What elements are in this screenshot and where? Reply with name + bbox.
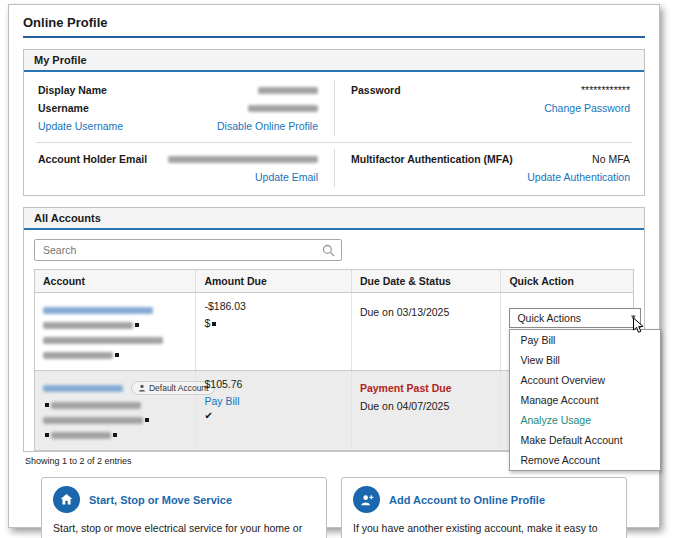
my-profile-body: Display Name Username Update Username Di… — [24, 72, 644, 195]
redaction-mark — [115, 353, 119, 357]
column-header-account: Account — [35, 270, 196, 292]
payment-past-due-status: Payment Past Due — [360, 382, 493, 394]
account-city-redacted — [51, 432, 111, 439]
due-date-cell: Due on 03/13/2025 — [352, 293, 502, 370]
menu-item-make-default-account[interactable]: Make Default Account — [510, 430, 660, 450]
identity-links-row: Update Username Disable Online Profile — [38, 117, 318, 135]
mfa-value: No MFA — [592, 153, 630, 165]
redaction-mark — [45, 403, 49, 407]
add-account-card: Add Account to Online Profile If you hav… — [341, 477, 627, 538]
mfa-links-row: Update Authentication — [351, 168, 630, 186]
amount-currency-mark: $ — [204, 317, 342, 329]
password-label: Password — [351, 84, 401, 96]
page-title: Online Profile — [23, 15, 645, 30]
redaction-mark — [135, 323, 139, 327]
profile-password-block: Password ************ Change Password — [334, 80, 632, 136]
start-stop-move-card-header[interactable]: Start, Stop or Move Service — [53, 486, 315, 513]
account-name-redacted — [51, 402, 141, 409]
change-password-link[interactable]: Change Password — [544, 102, 630, 114]
menu-item-view-bill[interactable]: View Bill — [510, 350, 660, 370]
username-value-redacted — [248, 105, 318, 112]
mfa-row: Multifactor Authentication (MFA) No MFA — [351, 150, 630, 168]
profile-divider — [36, 142, 632, 143]
account-number-link-redacted[interactable] — [43, 385, 123, 392]
redaction-mark — [212, 322, 216, 326]
add-account-card-description: If you have another existing account, ma… — [353, 521, 615, 538]
username-label: Username — [38, 102, 89, 114]
all-accounts-section: All Accounts Account Amount Due Due Date… — [23, 207, 645, 452]
title-divider — [23, 36, 645, 38]
search-input[interactable] — [34, 239, 342, 261]
pay-bill-link[interactable]: Pay Bill — [204, 395, 239, 407]
update-email-link[interactable]: Update Email — [255, 171, 318, 183]
quick-actions-dropdown[interactable]: Quick Actions ▾ Pay Bill View Bill Accou… — [509, 308, 641, 328]
person-icon — [138, 384, 146, 392]
password-row: Password ************ — [351, 81, 630, 99]
account-cell: Default Account — [35, 371, 196, 450]
menu-item-pay-bill[interactable]: Pay Bill — [510, 330, 660, 350]
due-date-cell: Payment Past Due Due on 04/07/2025 — [352, 371, 502, 450]
menu-item-manage-account[interactable]: Manage Account — [510, 390, 660, 410]
display-name-value-redacted — [258, 87, 318, 94]
profile-email-block: Account Holder Email Update Email — [36, 149, 334, 187]
redaction-mark — [113, 433, 117, 437]
quick-action-cell: Quick Actions ▾ Pay Bill View Bill Accou… — [501, 293, 633, 370]
account-search — [34, 239, 342, 261]
chevron-down-icon: ▾ — [631, 312, 636, 322]
account-name-redacted — [43, 322, 133, 329]
accounts-table-header: Account Amount Due Due Date & Status Qui… — [34, 269, 634, 293]
email-links-row: Update Email — [38, 168, 318, 186]
display-name-label: Display Name — [38, 84, 107, 96]
menu-item-account-overview[interactable]: Account Overview — [510, 370, 660, 390]
start-stop-move-card: Start, Stop or Move Service Start, stop … — [41, 477, 327, 538]
amount-due-cell: $105.76 Pay Bill ✔ — [196, 371, 351, 450]
search-icon — [322, 243, 335, 261]
amount-due-cell: -$186.03 $ — [196, 293, 351, 370]
column-header-amount-due: Amount Due — [196, 270, 351, 292]
add-account-card-title[interactable]: Add Account to Online Profile — [389, 494, 545, 506]
email-label: Account Holder Email — [38, 153, 147, 165]
account-row-1: -$186.03 $ Due on 03/13/2025 Quick Actio… — [34, 293, 634, 371]
start-stop-move-card-title[interactable]: Start, Stop or Move Service — [89, 494, 232, 506]
all-accounts-body: Account Amount Due Due Date & Status Qui… — [24, 230, 644, 451]
online-profile-window: Online Profile My Profile Display Name U… — [8, 4, 660, 528]
account-address-redacted — [43, 417, 143, 424]
my-profile-header: My Profile — [24, 50, 644, 72]
update-username-link[interactable]: Update Username — [38, 120, 123, 132]
action-cards: Start, Stop or Move Service Start, stop … — [41, 477, 627, 538]
redaction-mark — [45, 433, 49, 437]
amount-due-value: -$186.03 — [204, 300, 342, 312]
amount-due-value: $105.76 — [204, 378, 342, 390]
account-address-redacted — [43, 337, 163, 344]
account-city-redacted — [43, 352, 113, 359]
menu-item-remove-account[interactable]: Remove Account — [510, 450, 660, 470]
mfa-label: Multifactor Authentication (MFA) — [351, 153, 513, 165]
profile-mfa-block: Multifactor Authentication (MFA) No MFA … — [334, 149, 632, 187]
disable-online-profile-link[interactable]: Disable Online Profile — [217, 120, 318, 132]
home-icon — [53, 486, 80, 513]
column-header-due-date-status: Due Date & Status — [352, 270, 502, 292]
username-row: Username — [38, 99, 318, 117]
password-links-row: Change Password — [351, 99, 630, 117]
my-profile-section: My Profile Display Name Username Update … — [23, 49, 645, 196]
menu-item-analyze-usage[interactable]: Analyze Usage — [510, 410, 660, 430]
person-add-icon — [353, 486, 380, 513]
profile-identity-block: Display Name Username Update Username Di… — [36, 80, 334, 136]
add-account-card-header[interactable]: Add Account to Online Profile — [353, 486, 615, 513]
display-name-row: Display Name — [38, 81, 318, 99]
quick-actions-menu: Pay Bill View Bill Account Overview Mana… — [509, 329, 661, 471]
update-authentication-link[interactable]: Update Authentication — [527, 171, 630, 183]
password-value: ************ — [581, 84, 630, 96]
account-number-link-redacted[interactable] — [43, 307, 153, 314]
email-value-redacted — [168, 156, 318, 163]
quick-actions-label: Quick Actions — [517, 312, 581, 324]
due-date-text: Due on 03/13/2025 — [360, 306, 493, 318]
start-stop-move-card-description: Start, stop or move electrical service f… — [53, 521, 315, 538]
column-header-quick-action: Quick Action — [501, 270, 633, 292]
all-accounts-header: All Accounts — [24, 208, 644, 230]
email-row: Account Holder Email — [38, 150, 318, 168]
account-cell — [35, 293, 196, 370]
due-date-text: Due on 04/07/2025 — [360, 400, 493, 412]
redaction-mark — [145, 418, 149, 422]
check-icon: ✔ — [204, 410, 342, 421]
